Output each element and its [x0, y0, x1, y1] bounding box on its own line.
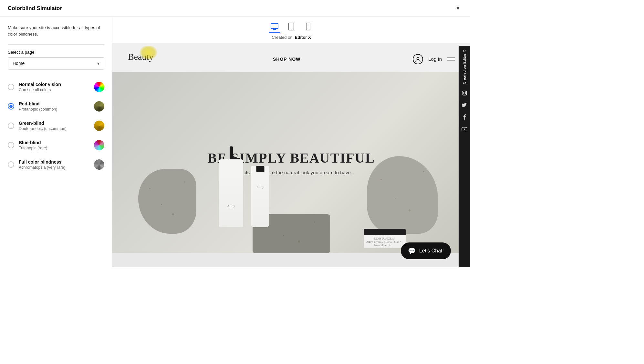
editor-x-sidebar: Created on Editor X [459, 46, 470, 267]
color-wheel-blue-blind [94, 140, 104, 150]
chat-icon: 💬 [408, 247, 416, 255]
content-area: Make sure your site is accessible for al… [0, 17, 470, 267]
vision-option-full[interactable]: Full color blindness Achromatopsia (very… [8, 155, 104, 174]
color-wheel-green-blind [94, 121, 104, 131]
radio-full[interactable] [8, 161, 14, 168]
facebook-icon[interactable] [463, 114, 466, 121]
vision-option-red-blind[interactable]: Red-blind Protanopic (common) [8, 97, 104, 116]
color-wheel-normal [94, 82, 104, 92]
decorative-dot [140, 46, 157, 60]
select-label: Select a page [8, 50, 104, 55]
vision-title-red-blind: Red-blind [19, 101, 91, 106]
youtube-icon[interactable] [462, 127, 467, 133]
svg-point-9 [463, 92, 466, 94]
svg-rect-8 [462, 91, 466, 95]
site-nav: Beauty SHOP NOW Log In [112, 46, 470, 72]
bottle-tube: Alloy [251, 166, 269, 227]
chat-button[interactable]: 💬 Let's Chat! [401, 242, 451, 259]
tab-mobile[interactable] [302, 21, 314, 32]
radio-red-blind[interactable] [8, 103, 14, 110]
editor-x-brand: Editor X [295, 35, 311, 40]
svg-marker-12 [464, 128, 466, 130]
page-select[interactable]: Home ▾ [8, 57, 104, 70]
vision-subtitle-blue-blind: Tritanopic (rare) [19, 146, 91, 150]
instagram-icon[interactable] [462, 91, 467, 97]
sidebar-label: Created on Editor X [462, 50, 466, 84]
vision-subtitle-red-blind: Protanopic (common) [19, 107, 91, 112]
chat-label: Let's Chat! [419, 248, 444, 254]
chevron-down-icon: ▾ [97, 61, 99, 66]
right-panel: Created on Editor X Beauty SHOP NOW [112, 17, 470, 267]
vision-subtitle-full: Achromatopsia (very rare) [19, 165, 91, 170]
close-button[interactable]: × [453, 4, 462, 13]
color-wheel-full [94, 159, 104, 170]
preview-top-bar: Created on Editor X [112, 17, 470, 43]
product-jar: Alloy MOISTURIZER | Hydra... | For all S… [364, 229, 406, 248]
vision-title-blue-blind: Blue-blind [19, 140, 91, 145]
tab-desktop[interactable] [269, 21, 280, 32]
svg-rect-0 [271, 24, 278, 28]
left-panel: Make sure your site is accessible for al… [0, 17, 112, 267]
vision-subtitle-normal: Can see all colors [19, 88, 91, 92]
website-preview: Beauty SHOP NOW Log In [112, 46, 470, 267]
twitter-icon[interactable] [462, 103, 467, 109]
login-label[interactable]: Log In [428, 56, 442, 62]
hamburger-menu[interactable] [447, 58, 455, 60]
svg-point-10 [465, 92, 466, 92]
vision-subtitle-green-blind: Deuteranopic (uncommon) [19, 126, 91, 131]
selected-page: Home [13, 61, 25, 66]
vision-option-green-blind[interactable]: Green-blind Deuteranopic (uncommon) [8, 116, 104, 135]
vision-title-green-blind: Green-blind [19, 121, 91, 126]
editor-x-label: Created on Editor X [272, 35, 311, 43]
app-title: Colorblind Simulator [8, 5, 62, 12]
vision-title-full: Full color blindness [19, 159, 91, 165]
bottle-pump: Alloy [219, 146, 243, 227]
vision-option-blue-blind[interactable]: Blue-blind Tritanopic (rare) [8, 135, 104, 155]
site-nav-right: Log In [413, 54, 455, 64]
radio-blue-blind[interactable] [8, 142, 14, 148]
site-logo: Beauty [128, 52, 161, 66]
vision-options-list: Normal color vision Can see all colors R… [8, 77, 104, 174]
panel-subtitle: Make sure your site is accessible for al… [8, 25, 104, 38]
top-bar: Colorblind Simulator × [0, 0, 470, 17]
radio-normal[interactable] [8, 84, 14, 90]
vision-title-normal: Normal color vision [19, 82, 91, 87]
app-container: Colorblind Simulator × Make sure your si… [0, 0, 470, 267]
login-icon [413, 54, 423, 64]
svg-point-4 [291, 29, 292, 29]
page-select-wrapper: Home ▾ [8, 57, 104, 70]
tab-tablet[interactable] [286, 21, 297, 32]
vision-option-normal[interactable]: Normal color vision Can see all colors [8, 77, 104, 97]
hero-section: Alloy Alloy Alloy MOISTURIZER | Hydra...… [112, 72, 470, 253]
device-tabs [269, 21, 314, 32]
svg-point-6 [308, 29, 308, 29]
shop-now-link[interactable]: SHOP NOW [273, 57, 301, 62]
site-nav-links: SHOP NOW [273, 57, 301, 62]
sidebar-social-icons [462, 91, 467, 133]
divider [8, 44, 104, 45]
radio-green-blind[interactable] [8, 123, 14, 129]
color-wheel-red-blind [94, 101, 104, 112]
